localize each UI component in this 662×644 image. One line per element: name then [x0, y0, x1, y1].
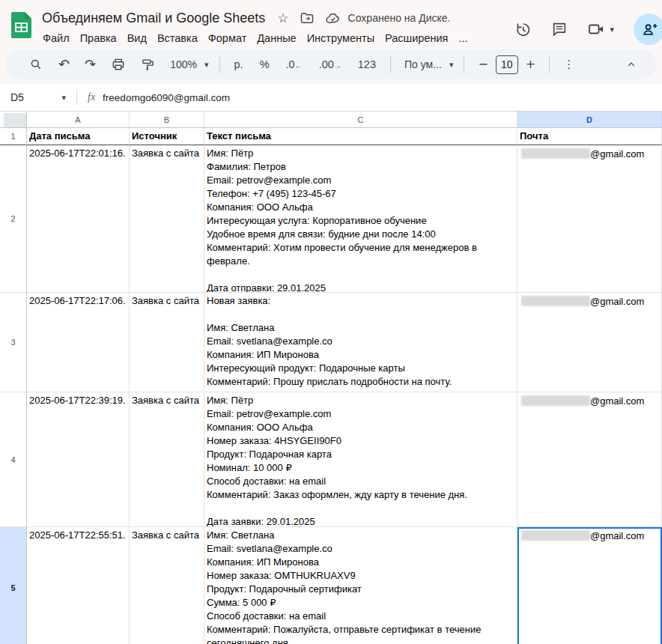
cell-b3[interactable]: Заявка с сайта — [130, 293, 204, 392]
column-header-row: A B C D — [0, 112, 662, 128]
chevron-down-icon: ▾ — [204, 60, 209, 70]
row-header-5[interactable]: 5 — [0, 527, 27, 644]
toolbar: ↶ ↷ 100% ▾ р. % .0← .00→ 123 По ум... ▾ … — [6, 49, 656, 79]
email-suffix: @gmail.com — [590, 529, 644, 543]
divider — [219, 56, 220, 73]
redacted-email-block — [521, 296, 590, 306]
menu-data[interactable]: Данные — [252, 31, 301, 46]
cell-c4[interactable]: Имя: Пётр Email: petrov@example.com Комп… — [204, 392, 517, 527]
decrease-decimal-button[interactable]: .0← — [278, 58, 311, 70]
row-header-1[interactable]: 1 — [0, 128, 27, 145]
menu-view[interactable]: Вид — [122, 31, 152, 46]
app-header: Объединяем Gmail и Google Sheets ☆ Сохра… — [0, 0, 662, 84]
divider — [549, 56, 550, 73]
fx-icon: fx — [82, 91, 103, 103]
menu-bar: Файл Правка Вид Вставка Формат Данные Ин… — [37, 28, 508, 48]
move-folder-icon[interactable] — [300, 10, 315, 25]
email-suffix: @gmail.com — [590, 148, 644, 161]
percent-format-button[interactable]: % — [252, 58, 278, 70]
share-button[interactable] — [634, 13, 662, 45]
hide-menus-icon[interactable] — [617, 58, 646, 71]
menu-extensions[interactable]: Расширения — [380, 31, 453, 46]
currency-format-button[interactable]: р. — [226, 58, 252, 70]
divider — [464, 56, 464, 73]
meet-button[interactable]: ▾ — [587, 20, 614, 38]
font-size-input[interactable]: 10 — [496, 55, 518, 74]
person-add-icon — [641, 21, 658, 38]
star-icon[interactable]: ☆ — [277, 12, 288, 25]
row-header-2[interactable]: 2 — [0, 145, 27, 293]
more-formats-button[interactable]: 123 — [350, 58, 384, 70]
redo-icon[interactable]: ↷ — [77, 58, 103, 71]
comments-icon[interactable] — [551, 21, 568, 37]
increase-font-size-button[interactable]: + — [518, 58, 543, 70]
cloud-saved-icon — [325, 10, 341, 26]
more-toolbar-icon[interactable]: ⋮ — [556, 59, 582, 70]
topbar: Объединяем Gmail и Google Sheets ☆ Сохра… — [0, 4, 662, 48]
redacted-email-block — [521, 530, 590, 541]
cell-d3[interactable]: @gmail.com — [517, 293, 662, 392]
increase-decimal-button[interactable]: .00→ — [311, 58, 350, 70]
column-header-c[interactable]: C — [204, 112, 517, 128]
row-header-4[interactable]: 4 — [0, 392, 27, 527]
font-selector[interactable]: По ум... ▾ — [397, 58, 458, 70]
column-header-d[interactable]: D — [517, 112, 662, 128]
video-camera-icon — [587, 20, 605, 38]
cell-b1[interactable]: Источник — [130, 128, 204, 145]
cell-a1[interactable]: Дата письма — [27, 128, 130, 145]
redacted-email-block — [521, 395, 590, 406]
chevron-down-icon[interactable]: ▾ — [610, 25, 614, 34]
name-box[interactable]: D5 ▾ — [7, 90, 72, 105]
cell-b2[interactable]: Заявка с сайта — [130, 145, 204, 293]
menu-overflow[interactable]: ... — [453, 31, 473, 46]
menu-file[interactable]: Файл — [37, 31, 75, 46]
cell-c1[interactable]: Текст письма — [204, 128, 517, 145]
formula-input[interactable]: freedomgo6090@gmail.com — [103, 92, 230, 103]
row-header-3[interactable]: 3 — [0, 293, 27, 392]
menu-edit[interactable]: Правка — [75, 31, 122, 46]
sheets-logo[interactable] — [11, 12, 31, 38]
cell-c5[interactable]: Имя: Светлана Email: svetlana@example.co… — [204, 527, 517, 644]
zoom-value: 100% — [167, 58, 200, 70]
cell-d2[interactable]: @gmail.com — [517, 145, 662, 293]
print-icon[interactable] — [103, 57, 133, 72]
email-suffix: @gmail.com — [590, 295, 644, 309]
cell-a5[interactable]: 2025-06-17T22:55:51. — [27, 527, 130, 644]
menu-insert[interactable]: Вставка — [152, 31, 203, 46]
select-all-corner[interactable] — [0, 112, 27, 128]
font-name: По ум... — [401, 58, 445, 70]
paint-format-icon[interactable] — [133, 58, 163, 72]
cell-a3[interactable]: 2025-06-17T22:17:06. — [27, 293, 130, 392]
cell-d5-selected[interactable]: @gmail.com — [517, 527, 662, 644]
zoom-control[interactable]: 100% ▾ — [163, 58, 213, 70]
table-row: 1 Дата письма Источник Текст письма Почт… — [0, 128, 662, 145]
cell-d4[interactable]: @gmail.com — [517, 392, 662, 527]
table-row: 3 2025-06-17T22:17:06. Заявка с сайта Но… — [0, 293, 662, 392]
divider — [76, 90, 77, 105]
document-title[interactable]: Объединяем Gmail и Google Sheets — [42, 10, 265, 26]
undo-icon[interactable]: ↶ — [51, 58, 77, 71]
chevron-down-icon: ▾ — [449, 60, 454, 70]
cell-b5[interactable]: Заявка с сайта — [130, 527, 204, 644]
menu-tools[interactable]: Инструменты — [302, 31, 380, 46]
chevron-down-icon: ▾ — [61, 93, 66, 103]
search-menus-icon[interactable] — [21, 57, 51, 72]
cell-c3[interactable]: Новая заявка: Имя: Светлана Email: svetl… — [204, 293, 517, 392]
cell-b4[interactable]: Заявка с сайта — [130, 392, 204, 527]
column-header-a[interactable]: A — [27, 112, 130, 128]
version-history-icon[interactable] — [514, 21, 532, 38]
cell-a2[interactable]: 2025-06-17T22:01:16. — [27, 145, 130, 293]
redacted-email-block — [521, 148, 590, 159]
menu-format[interactable]: Формат — [203, 31, 252, 46]
decrease-font-size-button[interactable]: − — [470, 58, 495, 70]
divider — [390, 56, 391, 73]
cell-a4[interactable]: 2025-06-17T22:39:19. — [27, 392, 130, 527]
spreadsheet-grid: A B C D 1 Дата письма Источник Текст пис… — [0, 111, 662, 644]
formula-bar: D5 ▾ fx freedomgo6090@gmail.com — [0, 84, 662, 111]
table-row: 4 2025-06-17T22:39:19. Заявка с сайта Им… — [0, 392, 662, 527]
email-suffix: @gmail.com — [590, 395, 644, 408]
table-row: 2 2025-06-17T22:01:16. Заявка с сайта Им… — [0, 145, 662, 293]
cell-c2[interactable]: Имя: Пётр Фамилия: Петров Email: petrov@… — [204, 145, 517, 293]
cell-d1[interactable]: Почта — [517, 128, 662, 145]
column-header-b[interactable]: B — [130, 112, 204, 128]
